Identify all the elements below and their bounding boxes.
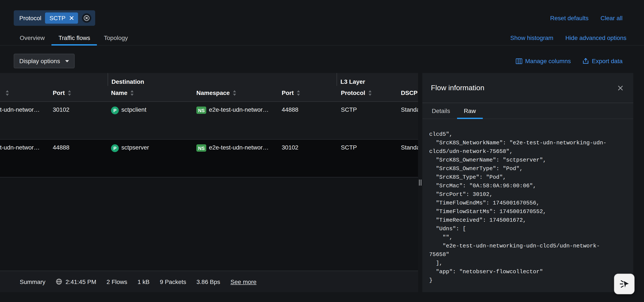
column-header-namespace[interactable]: Namespace bbox=[193, 86, 278, 101]
filter-chip-sctp[interactable]: SCTP bbox=[45, 13, 78, 24]
column-header-row: Port Name Namespace Port bbox=[0, 86, 418, 101]
group-header-spacer bbox=[0, 73, 108, 86]
dst-port-cell: 30102 bbox=[278, 140, 336, 177]
show-histogram-button[interactable]: Show histogram bbox=[510, 34, 553, 41]
filter-bar: Protocol SCTP Reset defaults Clear all bbox=[0, 0, 644, 30]
summary-rate: 3.86 Bps bbox=[196, 278, 220, 285]
dst-namespace-value: e2e-test-udn-networ… bbox=[209, 144, 269, 151]
reset-defaults-button[interactable]: Reset defaults bbox=[550, 15, 588, 22]
pod-badge-icon: P bbox=[111, 106, 119, 114]
tab-topology[interactable]: Topology bbox=[97, 30, 135, 45]
protocol-filter-chip-group: Protocol SCTP bbox=[14, 10, 95, 26]
summary-bytes: 1 kB bbox=[138, 278, 150, 285]
panel-tab-raw[interactable]: Raw bbox=[457, 103, 483, 118]
src-port-cell: 44888 bbox=[49, 140, 108, 177]
table-row[interactable]: t-udn-networ… 30102 P sctpclient NS e2e-… bbox=[0, 102, 418, 140]
dst-port-cell: 44888 bbox=[278, 102, 336, 139]
column-header-name[interactable]: Name bbox=[108, 86, 193, 101]
clear-all-button[interactable]: Clear all bbox=[600, 15, 622, 22]
flow-information-panel: Flow information Details Raw clcd5", "Sr… bbox=[422, 73, 633, 292]
panel-header: Flow information bbox=[422, 73, 633, 103]
sort-icon bbox=[233, 90, 236, 96]
sort-icon bbox=[68, 90, 71, 96]
pointer-rays-icon bbox=[619, 278, 630, 289]
view-tabs: Overview Traffic flows Topology bbox=[13, 30, 135, 45]
table-empty-area bbox=[0, 178, 418, 271]
pod-badge-icon: P bbox=[111, 144, 119, 152]
sort-icon bbox=[368, 90, 372, 96]
display-options-label: Display options bbox=[19, 58, 60, 64]
grip-icon bbox=[419, 180, 422, 186]
group-header-destination: Destination bbox=[108, 73, 336, 86]
close-icon bbox=[618, 85, 623, 90]
export-data-button[interactable]: Export data bbox=[583, 58, 622, 64]
summary-packet-count: 9 Packets bbox=[160, 278, 186, 285]
tab-traffic-flows[interactable]: Traffic flows bbox=[52, 30, 97, 45]
times-circle-icon bbox=[84, 15, 90, 21]
filter-chip-label: SCTP bbox=[50, 15, 66, 22]
src-port-cell: 30102 bbox=[49, 102, 108, 139]
dst-name-cell: P sctpserver bbox=[108, 140, 193, 177]
column-header-dst-port[interactable]: Port bbox=[278, 86, 336, 101]
view-options-links: Show histogram Hide advanced options bbox=[510, 30, 626, 45]
dscp-cell: Standard bbox=[398, 102, 418, 139]
summary-flow-count: 2 Flows bbox=[106, 278, 127, 285]
sort-icon bbox=[297, 90, 300, 96]
source-cell: t-udn-networ… bbox=[0, 140, 49, 177]
group-header-l3-layer: L3 Layer bbox=[336, 73, 418, 86]
summary-bar: Summary 2:41:45 PM 2 Flows 1 kB 9 Packet… bbox=[0, 271, 418, 292]
panel-close-button[interactable] bbox=[616, 84, 625, 92]
protocol-cell: SCTP bbox=[336, 102, 398, 139]
column-header-dscp[interactable]: DSCP bbox=[398, 86, 418, 101]
dscp-cell: Standard bbox=[398, 140, 418, 177]
summary-time: 2:41:45 PM bbox=[56, 278, 96, 285]
export-icon bbox=[583, 58, 589, 64]
dst-namespace-cell: NS e2e-test-udn-networ… bbox=[193, 140, 278, 177]
panel-title: Flow information bbox=[431, 84, 484, 92]
dst-namespace-cell: NS e2e-test-udn-networ… bbox=[193, 102, 278, 139]
traffic-flows-page: Protocol SCTP Reset defaults Clear all O… bbox=[0, 0, 644, 302]
view-tabs-row: Overview Traffic flows Topology Show his… bbox=[0, 30, 644, 46]
display-options-dropdown[interactable]: Display options bbox=[14, 54, 74, 68]
sort-icon bbox=[6, 90, 9, 96]
chip-group-close-button[interactable] bbox=[82, 13, 91, 23]
hide-advanced-options-button[interactable]: Hide advanced options bbox=[565, 34, 626, 41]
chevron-down-icon bbox=[65, 60, 69, 62]
table-toolbar: Display options Manage columns Export da… bbox=[0, 46, 644, 73]
tab-overview[interactable]: Overview bbox=[13, 30, 52, 45]
table-row[interactable]: t-udn-networ… 44888 P sctpserver NS e2e-… bbox=[0, 140, 418, 178]
chip-close-icon[interactable] bbox=[69, 16, 74, 20]
namespace-badge-icon: NS bbox=[196, 106, 206, 114]
column-header-protocol[interactable]: Protocol bbox=[336, 86, 398, 101]
protocol-cell: SCTP bbox=[336, 140, 398, 177]
flows-table-region: Destination L3 Layer Port Name bbox=[0, 73, 418, 292]
dst-name-cell: P sctpclient bbox=[108, 102, 193, 139]
sort-icon bbox=[130, 90, 134, 96]
column-header-source-truncated[interactable] bbox=[0, 86, 49, 101]
toolbar-links: Manage columns Export data bbox=[516, 58, 622, 64]
source-cell: t-udn-networ… bbox=[0, 102, 49, 139]
column-header-src-port[interactable]: Port bbox=[49, 86, 108, 101]
panel-tab-details[interactable]: Details bbox=[425, 103, 457, 118]
namespace-badge-icon: NS bbox=[196, 144, 206, 152]
see-more-link[interactable]: See more bbox=[230, 278, 256, 285]
globe-icon bbox=[56, 278, 62, 285]
group-header-row: Destination L3 Layer bbox=[0, 73, 418, 86]
dst-namespace-value: e2e-test-udn-networ… bbox=[209, 106, 269, 113]
dst-name-value: sctpserver bbox=[121, 144, 149, 151]
filter-category-label: Protocol bbox=[19, 15, 42, 22]
manage-columns-button[interactable]: Manage columns bbox=[516, 58, 571, 64]
columns-icon bbox=[516, 58, 522, 64]
summary-label: Summary bbox=[20, 278, 46, 285]
content-split: Destination L3 Layer Port Name bbox=[0, 73, 644, 292]
panel-resize-handle[interactable] bbox=[418, 73, 422, 292]
flows-table-header: Destination L3 Layer Port Name bbox=[0, 73, 418, 102]
assistant-launcher-button[interactable] bbox=[614, 274, 634, 294]
panel-tabs: Details Raw bbox=[422, 103, 633, 119]
raw-flow-json[interactable]: clcd5", "SrcK8S_NetworkName": "e2e-test-… bbox=[422, 119, 633, 292]
filter-actions: Reset defaults Clear all bbox=[550, 15, 622, 22]
dst-name-value: sctpclient bbox=[121, 106, 146, 113]
